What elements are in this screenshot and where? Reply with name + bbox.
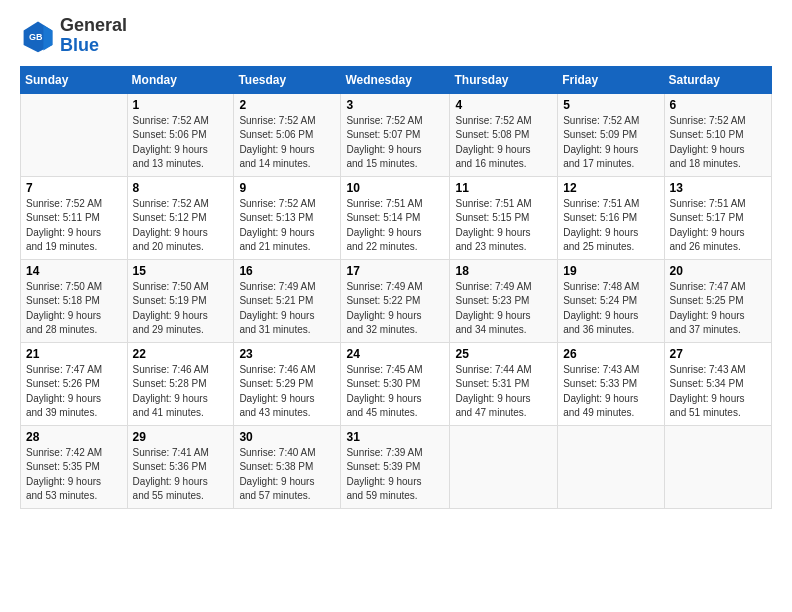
calendar-cell: 25Sunrise: 7:44 AM Sunset: 5:31 PM Dayli… — [450, 342, 558, 425]
calendar-cell: 31Sunrise: 7:39 AM Sunset: 5:39 PM Dayli… — [341, 425, 450, 508]
day-info: Sunrise: 7:50 AM Sunset: 5:19 PM Dayligh… — [133, 280, 229, 338]
day-number: 18 — [455, 264, 552, 278]
day-info: Sunrise: 7:50 AM Sunset: 5:18 PM Dayligh… — [26, 280, 122, 338]
logo-icon: GB — [20, 18, 56, 54]
day-number: 5 — [563, 98, 658, 112]
day-header-tuesday: Tuesday — [234, 66, 341, 93]
day-number: 12 — [563, 181, 658, 195]
calendar-cell: 9Sunrise: 7:52 AM Sunset: 5:13 PM Daylig… — [234, 176, 341, 259]
calendar-cell: 20Sunrise: 7:47 AM Sunset: 5:25 PM Dayli… — [664, 259, 771, 342]
day-info: Sunrise: 7:47 AM Sunset: 5:25 PM Dayligh… — [670, 280, 766, 338]
calendar-cell: 1Sunrise: 7:52 AM Sunset: 5:06 PM Daylig… — [127, 93, 234, 176]
calendar-cell: 4Sunrise: 7:52 AM Sunset: 5:08 PM Daylig… — [450, 93, 558, 176]
calendar-cell: 13Sunrise: 7:51 AM Sunset: 5:17 PM Dayli… — [664, 176, 771, 259]
page: GB General Blue SundayMondayTuesdayWedne… — [0, 0, 792, 612]
day-number: 29 — [133, 430, 229, 444]
day-number: 14 — [26, 264, 122, 278]
calendar-cell — [558, 425, 664, 508]
day-number: 15 — [133, 264, 229, 278]
calendar-cell — [450, 425, 558, 508]
calendar-table: SundayMondayTuesdayWednesdayThursdayFrid… — [20, 66, 772, 509]
day-info: Sunrise: 7:52 AM Sunset: 5:11 PM Dayligh… — [26, 197, 122, 255]
day-number: 9 — [239, 181, 335, 195]
day-number: 20 — [670, 264, 766, 278]
day-number: 30 — [239, 430, 335, 444]
week-row-4: 21Sunrise: 7:47 AM Sunset: 5:26 PM Dayli… — [21, 342, 772, 425]
day-info: Sunrise: 7:52 AM Sunset: 5:06 PM Dayligh… — [133, 114, 229, 172]
day-info: Sunrise: 7:52 AM Sunset: 5:07 PM Dayligh… — [346, 114, 444, 172]
day-header-sunday: Sunday — [21, 66, 128, 93]
day-info: Sunrise: 7:52 AM Sunset: 5:13 PM Dayligh… — [239, 197, 335, 255]
calendar-cell: 11Sunrise: 7:51 AM Sunset: 5:15 PM Dayli… — [450, 176, 558, 259]
day-info: Sunrise: 7:52 AM Sunset: 5:08 PM Dayligh… — [455, 114, 552, 172]
day-number: 2 — [239, 98, 335, 112]
day-info: Sunrise: 7:45 AM Sunset: 5:30 PM Dayligh… — [346, 363, 444, 421]
day-number: 21 — [26, 347, 122, 361]
calendar-cell: 17Sunrise: 7:49 AM Sunset: 5:22 PM Dayli… — [341, 259, 450, 342]
day-number: 16 — [239, 264, 335, 278]
calendar-cell: 15Sunrise: 7:50 AM Sunset: 5:19 PM Dayli… — [127, 259, 234, 342]
calendar-cell: 22Sunrise: 7:46 AM Sunset: 5:28 PM Dayli… — [127, 342, 234, 425]
day-info: Sunrise: 7:52 AM Sunset: 5:06 PM Dayligh… — [239, 114, 335, 172]
day-header-thursday: Thursday — [450, 66, 558, 93]
day-info: Sunrise: 7:51 AM Sunset: 5:17 PM Dayligh… — [670, 197, 766, 255]
calendar-cell: 23Sunrise: 7:46 AM Sunset: 5:29 PM Dayli… — [234, 342, 341, 425]
calendar-cell: 19Sunrise: 7:48 AM Sunset: 5:24 PM Dayli… — [558, 259, 664, 342]
day-number: 3 — [346, 98, 444, 112]
day-number: 19 — [563, 264, 658, 278]
header-row: SundayMondayTuesdayWednesdayThursdayFrid… — [21, 66, 772, 93]
day-number: 27 — [670, 347, 766, 361]
calendar-cell: 5Sunrise: 7:52 AM Sunset: 5:09 PM Daylig… — [558, 93, 664, 176]
day-number: 10 — [346, 181, 444, 195]
header: GB General Blue — [20, 16, 772, 56]
logo: GB General Blue — [20, 16, 127, 56]
calendar-cell — [664, 425, 771, 508]
day-info: Sunrise: 7:51 AM Sunset: 5:16 PM Dayligh… — [563, 197, 658, 255]
week-row-3: 14Sunrise: 7:50 AM Sunset: 5:18 PM Dayli… — [21, 259, 772, 342]
day-header-monday: Monday — [127, 66, 234, 93]
calendar-cell: 7Sunrise: 7:52 AM Sunset: 5:11 PM Daylig… — [21, 176, 128, 259]
day-info: Sunrise: 7:49 AM Sunset: 5:23 PM Dayligh… — [455, 280, 552, 338]
day-number: 1 — [133, 98, 229, 112]
day-number: 4 — [455, 98, 552, 112]
calendar-cell: 14Sunrise: 7:50 AM Sunset: 5:18 PM Dayli… — [21, 259, 128, 342]
day-info: Sunrise: 7:49 AM Sunset: 5:21 PM Dayligh… — [239, 280, 335, 338]
day-info: Sunrise: 7:41 AM Sunset: 5:36 PM Dayligh… — [133, 446, 229, 504]
day-number: 17 — [346, 264, 444, 278]
day-number: 31 — [346, 430, 444, 444]
calendar-cell: 30Sunrise: 7:40 AM Sunset: 5:38 PM Dayli… — [234, 425, 341, 508]
day-header-saturday: Saturday — [664, 66, 771, 93]
calendar-cell: 21Sunrise: 7:47 AM Sunset: 5:26 PM Dayli… — [21, 342, 128, 425]
calendar-cell: 18Sunrise: 7:49 AM Sunset: 5:23 PM Dayli… — [450, 259, 558, 342]
day-number: 11 — [455, 181, 552, 195]
logo-text: General Blue — [60, 16, 127, 56]
day-info: Sunrise: 7:46 AM Sunset: 5:29 PM Dayligh… — [239, 363, 335, 421]
calendar-cell: 12Sunrise: 7:51 AM Sunset: 5:16 PM Dayli… — [558, 176, 664, 259]
day-info: Sunrise: 7:51 AM Sunset: 5:15 PM Dayligh… — [455, 197, 552, 255]
day-info: Sunrise: 7:43 AM Sunset: 5:33 PM Dayligh… — [563, 363, 658, 421]
calendar-cell: 28Sunrise: 7:42 AM Sunset: 5:35 PM Dayli… — [21, 425, 128, 508]
calendar-cell: 3Sunrise: 7:52 AM Sunset: 5:07 PM Daylig… — [341, 93, 450, 176]
day-number: 23 — [239, 347, 335, 361]
calendar-cell: 8Sunrise: 7:52 AM Sunset: 5:12 PM Daylig… — [127, 176, 234, 259]
calendar-cell — [21, 93, 128, 176]
day-info: Sunrise: 7:47 AM Sunset: 5:26 PM Dayligh… — [26, 363, 122, 421]
day-info: Sunrise: 7:40 AM Sunset: 5:38 PM Dayligh… — [239, 446, 335, 504]
day-number: 8 — [133, 181, 229, 195]
calendar-cell: 10Sunrise: 7:51 AM Sunset: 5:14 PM Dayli… — [341, 176, 450, 259]
day-info: Sunrise: 7:46 AM Sunset: 5:28 PM Dayligh… — [133, 363, 229, 421]
day-info: Sunrise: 7:49 AM Sunset: 5:22 PM Dayligh… — [346, 280, 444, 338]
day-info: Sunrise: 7:52 AM Sunset: 5:12 PM Dayligh… — [133, 197, 229, 255]
day-number: 24 — [346, 347, 444, 361]
svg-marker-1 — [43, 25, 52, 50]
calendar-cell: 29Sunrise: 7:41 AM Sunset: 5:36 PM Dayli… — [127, 425, 234, 508]
calendar-cell: 16Sunrise: 7:49 AM Sunset: 5:21 PM Dayli… — [234, 259, 341, 342]
day-header-wednesday: Wednesday — [341, 66, 450, 93]
day-info: Sunrise: 7:51 AM Sunset: 5:14 PM Dayligh… — [346, 197, 444, 255]
day-number: 7 — [26, 181, 122, 195]
day-number: 26 — [563, 347, 658, 361]
day-info: Sunrise: 7:52 AM Sunset: 5:09 PM Dayligh… — [563, 114, 658, 172]
calendar-cell: 27Sunrise: 7:43 AM Sunset: 5:34 PM Dayli… — [664, 342, 771, 425]
day-info: Sunrise: 7:43 AM Sunset: 5:34 PM Dayligh… — [670, 363, 766, 421]
calendar-cell: 2Sunrise: 7:52 AM Sunset: 5:06 PM Daylig… — [234, 93, 341, 176]
